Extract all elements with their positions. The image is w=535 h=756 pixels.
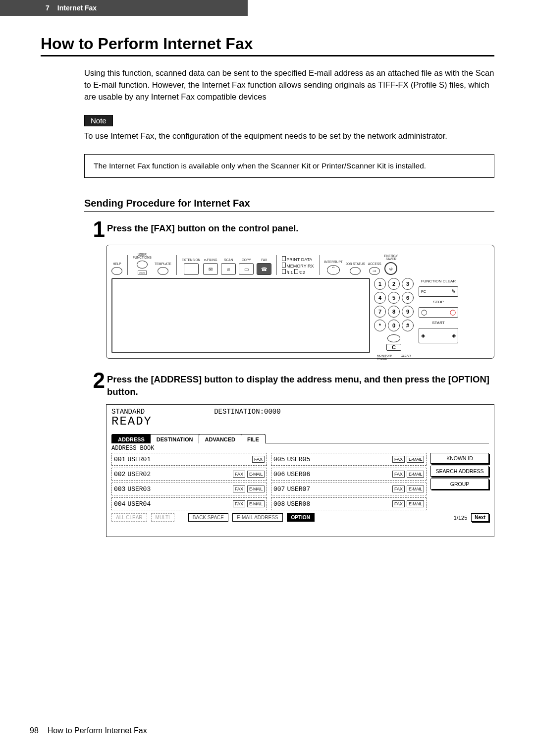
option-button[interactable]: OPTION: [287, 513, 315, 522]
fax-pill[interactable]: FAX: [392, 486, 405, 492]
section-heading: Sending Procedure for Internet Fax: [84, 198, 494, 209]
user-functions-label: USER FUNCTIONS: [133, 253, 152, 260]
key-star[interactable]: *: [374, 320, 386, 331]
address-row[interactable]: 002USER02FAXE-MAIL: [111, 468, 267, 481]
fax-pill[interactable]: FAX: [233, 500, 245, 507]
user-functions-button[interactable]: [137, 261, 148, 269]
fax-pill[interactable]: FAX: [392, 471, 405, 478]
key-c[interactable]: C: [386, 344, 401, 351]
chapter-title: Internet Fax: [57, 4, 97, 12]
access-button[interactable]: ⊸: [369, 267, 380, 275]
key-2[interactable]: 2: [388, 278, 400, 290]
address-row[interactable]: 001USER01FAX: [111, 453, 267, 466]
key-0[interactable]: 0: [388, 320, 400, 331]
email-pill[interactable]: E-MAIL: [407, 471, 424, 478]
email-address-button[interactable]: E-MAIL ADDRESS: [232, 513, 283, 522]
key-7[interactable]: 7: [374, 306, 386, 318]
fax-pill[interactable]: FAX: [252, 456, 265, 463]
known-id-button[interactable]: KNOWN ID: [430, 453, 489, 464]
monitor-pause-button[interactable]: [387, 334, 400, 342]
address-row-name: USER05: [287, 456, 390, 463]
address-row[interactable]: 005USER05FAXE-MAIL: [271, 453, 427, 466]
address-row[interactable]: 003USER03FAXE-MAIL: [111, 483, 267, 495]
start-button[interactable]: ◈◈: [419, 328, 458, 343]
template-button[interactable]: [158, 267, 168, 275]
email-pill[interactable]: E-MAIL: [407, 456, 424, 463]
email-pill[interactable]: E-MAIL: [247, 500, 265, 507]
tab-file[interactable]: FILE: [241, 434, 266, 443]
address-row-id: 006: [273, 471, 285, 478]
scan-label: SCAN: [224, 255, 233, 262]
email-pill[interactable]: E-MAIL: [247, 486, 265, 492]
email-pill[interactable]: E-MAIL: [407, 500, 424, 507]
clear-label: CLEAR: [401, 354, 411, 360]
address-row[interactable]: 006USER06FAXE-MAIL: [271, 468, 427, 481]
address-row-id: 003: [114, 486, 125, 493]
address-row[interactable]: 007USER07FAXE-MAIL: [271, 483, 427, 495]
fax-pill[interactable]: FAX: [392, 456, 405, 463]
address-side-buttons: KNOWN ID SEARCH ADDRESS GROUP: [430, 453, 489, 510]
address-row[interactable]: 004USER04FAXE-MAIL: [111, 497, 267, 510]
email-pill[interactable]: E-MAIL: [407, 486, 424, 492]
fax-pill[interactable]: FAX: [233, 486, 245, 492]
energy-saver-label: ENERGY SAVER: [384, 254, 398, 261]
multi-button[interactable]: MULTI: [151, 513, 174, 522]
destination-counter: DESTINATION:0000: [214, 408, 280, 416]
extension-button[interactable]: [184, 263, 199, 275]
fax-pill[interactable]: FAX: [233, 471, 245, 478]
key-3[interactable]: 3: [402, 278, 414, 290]
tab-advanced[interactable]: ADVANCED: [199, 434, 242, 443]
tab-destination[interactable]: DESTINATION: [150, 434, 200, 443]
stop-button[interactable]: ◯◯: [419, 307, 458, 318]
efiling-button[interactable]: ✉: [203, 263, 218, 275]
step-number: 1: [84, 219, 107, 239]
title-rule: [41, 55, 494, 56]
stop-label: STOP: [419, 299, 458, 305]
address-row-name: USER07: [287, 486, 390, 493]
key-8[interactable]: 8: [388, 306, 400, 318]
job-status-button[interactable]: [350, 267, 361, 275]
fax-button[interactable]: ☎: [257, 263, 271, 275]
control-panel-illustration: HELP USER FUNCTIONS▭▭ TEMPLATE EXTENSION…: [106, 245, 494, 359]
key-hash[interactable]: #: [402, 320, 414, 331]
energy-saver-button[interactable]: ⏻: [384, 262, 397, 275]
key-4[interactable]: 4: [374, 292, 386, 304]
address-row-name: USER06: [287, 471, 390, 478]
key-5[interactable]: 5: [388, 292, 400, 304]
scan-button[interactable]: ⎚: [221, 263, 236, 275]
address-row-id: 007: [273, 486, 285, 493]
extension-label: EXTENSION: [182, 255, 201, 262]
keypad-area: 1 2 3 4 5 6 7 8 9 *: [374, 278, 489, 353]
section-rule: [84, 211, 494, 212]
tab-address[interactable]: ADDRESS: [111, 434, 151, 443]
address-row-name: USER03: [127, 486, 231, 493]
address-footer: ALL CLEAR MULTI BACK SPACE E-MAIL ADDRES…: [111, 513, 489, 522]
backspace-button[interactable]: BACK SPACE: [188, 513, 228, 522]
key-6[interactable]: 6: [402, 292, 414, 304]
address-row-name: USER01: [127, 456, 250, 463]
help-button[interactable]: [111, 267, 122, 275]
address-book-label: ADDRESS BOOK: [111, 445, 489, 452]
address-row[interactable]: 008USER08FAXE-MAIL: [271, 497, 427, 510]
group-button[interactable]: GROUP: [430, 479, 489, 489]
address-tabs: ADDRESS DESTINATION ADVANCED FILE: [111, 434, 489, 443]
fax-label: FAX: [261, 255, 267, 262]
address-row-id: 005: [273, 456, 285, 463]
search-address-button[interactable]: SEARCH ADDRESS: [430, 466, 489, 477]
all-clear-button[interactable]: ALL CLEAR: [111, 513, 147, 522]
email-pill[interactable]: E-MAIL: [247, 471, 265, 478]
interrupt-button[interactable]: ⤺: [327, 265, 340, 275]
start-label: START: [419, 320, 458, 326]
key-1[interactable]: 1: [374, 278, 386, 290]
touch-screen[interactable]: [111, 278, 370, 353]
copy-label: COPY: [242, 255, 251, 262]
running-header: 7 Internet Fax: [0, 0, 248, 16]
next-button[interactable]: Next: [471, 513, 489, 522]
copy-button[interactable]: ▭: [239, 263, 254, 275]
address-screen-illustration: STANDARD DESTINATION:0000 READY ADDRESS …: [106, 404, 494, 537]
fc-button[interactable]: FC✎: [419, 286, 458, 297]
job-status-label: JOB STATUS: [346, 259, 365, 266]
key-9[interactable]: 9: [402, 306, 414, 318]
step-number: 2: [84, 371, 107, 390]
fax-pill[interactable]: FAX: [392, 500, 405, 507]
